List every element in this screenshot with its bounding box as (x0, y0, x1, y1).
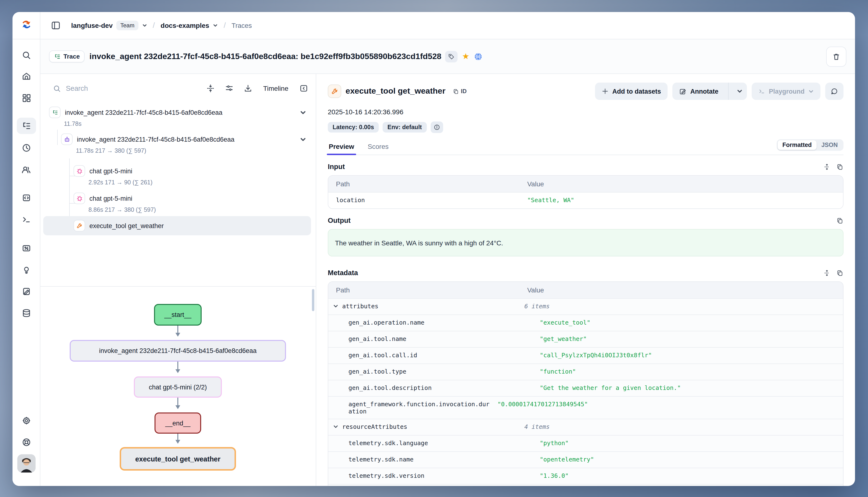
format-toggle: Formatted JSON (777, 139, 843, 151)
sidebar-toggle-icon[interactable] (51, 20, 60, 30)
breadcrumb-project[interactable]: docs-examples (161, 22, 209, 29)
input-section: Input Path Value (328, 163, 843, 209)
prompts-icon[interactable] (17, 190, 36, 206)
search-placeholder: Search (66, 85, 88, 92)
collapse-panel-icon[interactable] (300, 84, 308, 93)
datasets-database-icon[interactable] (17, 305, 36, 321)
metadata-table: Path Value attributes 6 items gen_ai.ope… (328, 281, 843, 486)
tree-row-tool-selected[interactable]: execute_tool get_weather (43, 216, 311, 235)
expand-section-icon[interactable] (823, 269, 830, 276)
tracing-nav-icon[interactable] (17, 118, 36, 134)
breadcrumb-separator: / (222, 21, 228, 30)
detail-tabs: Preview Scores Formatted JSON (328, 140, 843, 155)
copy-id-button[interactable]: ID (453, 88, 467, 95)
graph-edge (177, 398, 178, 408)
table-row: gen_ai.tool.call.id"call_PsylzxTpQh4i0OI… (328, 347, 843, 364)
delete-trace-button[interactable] (826, 46, 846, 67)
graph-node-invoke-agent[interactable]: invoke_agent 232de211-7fcf-45c8-b415-6af… (70, 340, 286, 361)
tool-wrench-icon (73, 220, 85, 231)
evaluators-icon[interactable] (17, 240, 36, 256)
copy-icon[interactable] (836, 217, 843, 224)
graph-node-chat[interactable]: chat gpt-5-mini (2/2) (134, 377, 222, 398)
trace-title: invoke_agent 232de211-7fcf-45c8-b415-6af… (89, 52, 441, 61)
observation-detail-panel: execute_tool get_weather ID (316, 74, 855, 486)
observation-timestamp: 2025-10-16 14:20:36.996 (328, 108, 843, 116)
tool-wrench-icon (328, 85, 341, 98)
breadcrumb-org[interactable]: langfuse-dev (71, 22, 113, 29)
settings-gear-icon[interactable] (17, 412, 36, 429)
trace-tree: invoke_agent 232de211-7fcf-45c8-b415-6af… (40, 103, 316, 286)
agent-graph: __start__ invoke_agent 232de211-7fcf-45c… (40, 286, 316, 486)
graph-node-end[interactable]: __end__ (154, 412, 201, 434)
annotate-dropdown-chevron[interactable] (732, 83, 747, 100)
lightbulb-icon[interactable] (17, 262, 36, 278)
format-json-option[interactable]: JSON (816, 140, 842, 150)
chevron-down-icon[interactable] (142, 23, 147, 28)
graph-node-execute-tool[interactable]: execute_tool get_weather (120, 447, 236, 471)
tab-scores[interactable]: Scores (367, 140, 389, 155)
tree-row-trace-root[interactable]: invoke_agent 232de211-7fcf-45c8-b415-6af… (46, 105, 311, 129)
add-to-datasets-button[interactable]: Add to datasets (595, 83, 668, 100)
breadcrumb: langfuse-dev Team / docs-examples / Trac… (60, 20, 252, 30)
tree-toolbar: Search Timeline (40, 74, 316, 103)
column-header-value: Value (527, 282, 843, 298)
support-lifebuoy-icon[interactable] (17, 434, 36, 451)
metadata-heading: Metadata (328, 269, 358, 276)
users-icon[interactable] (17, 161, 36, 178)
table-row: telemetry.sdk.language"python" (328, 435, 843, 451)
table-row: location "Seattle, WA" (328, 192, 843, 209)
public-globe-icon[interactable] (474, 52, 482, 61)
collapse-all-icon[interactable] (206, 84, 215, 93)
expand-section-icon[interactable] (823, 163, 830, 170)
tab-preview[interactable]: Preview (328, 140, 355, 155)
column-header-path: Path (328, 176, 527, 192)
observation-title: execute_tool get_weather (346, 86, 445, 96)
output-heading: Output (328, 216, 350, 224)
copy-icon[interactable] (836, 269, 843, 276)
trace-header-bar: Trace invoke_agent 232de211-7fcf-45c8-b4… (40, 39, 855, 74)
tree-search-input[interactable]: Search (53, 84, 201, 93)
sessions-clock-icon[interactable] (17, 140, 36, 156)
metadata-section: Metadata Path Value (328, 269, 843, 486)
metadata-group-attributes[interactable]: attributes 6 items (328, 298, 843, 314)
trace-icon (49, 106, 60, 118)
home-icon[interactable] (17, 68, 36, 85)
user-avatar[interactable] (17, 454, 35, 472)
chevron-down-icon[interactable] (300, 136, 308, 142)
table-row: gen_ai.tool.name"get_weather" (328, 331, 843, 347)
tree-row-agent-span[interactable]: invoke_agent 232de211-7fcf-45c8-b415-6af… (58, 131, 311, 156)
copy-icon[interactable] (836, 163, 843, 170)
graph-scrollbar[interactable] (312, 289, 314, 311)
table-row: gen_ai.tool.description"Get the weather … (328, 380, 843, 396)
bookmark-star-icon[interactable]: ★ (462, 52, 470, 60)
timeline-toggle[interactable]: Timeline (263, 85, 288, 92)
breadcrumb-section[interactable]: Traces (232, 22, 252, 29)
env-badge: Env: default (383, 122, 427, 132)
desktop-background: langfuse-dev Team / docs-examples / Trac… (0, 0, 868, 497)
column-header-path: Path (328, 282, 527, 298)
output-value: The weather in Seattle, WA is sunny with… (328, 229, 843, 256)
download-icon[interactable] (244, 84, 252, 93)
org-plan-badge[interactable]: Team (116, 20, 138, 30)
metadata-group-resourceattributes[interactable]: resourceAttributes 4 items (328, 419, 843, 435)
dashboard-icon[interactable] (17, 90, 36, 106)
column-header-value: Value (527, 176, 843, 192)
format-formatted-option[interactable]: Formatted (777, 140, 816, 150)
table-row: telemetry.sdk.name"opentelemetry" (328, 451, 843, 468)
input-table: Path Value location "Seattle, WA" (328, 175, 843, 209)
graph-node-start[interactable]: __start__ (154, 304, 202, 326)
output-section: Output The weather in Seattle, WA is sun… (328, 216, 843, 256)
tag-icon[interactable] (445, 51, 458, 62)
chevron-down-icon[interactable] (300, 109, 308, 115)
info-icon[interactable] (430, 122, 443, 133)
tree-settings-icon[interactable] (225, 84, 233, 93)
search-nav-icon[interactable] (17, 47, 36, 63)
playground-button[interactable]: Playground (752, 83, 821, 100)
chevron-down-icon[interactable] (213, 23, 218, 28)
tree-row-generation-2[interactable]: chat gpt-5-mini 8.86s 217 → 380 (∑ 597) (71, 190, 311, 215)
tree-row-generation-1[interactable]: chat gpt-5-mini 2.92s 171 → 90 (∑ 261) (71, 163, 311, 188)
annotation-queues-icon[interactable] (17, 283, 36, 300)
annotate-button[interactable]: Annotate (672, 83, 747, 100)
comments-button[interactable] (825, 83, 843, 100)
playground-terminal-icon[interactable] (17, 211, 36, 228)
